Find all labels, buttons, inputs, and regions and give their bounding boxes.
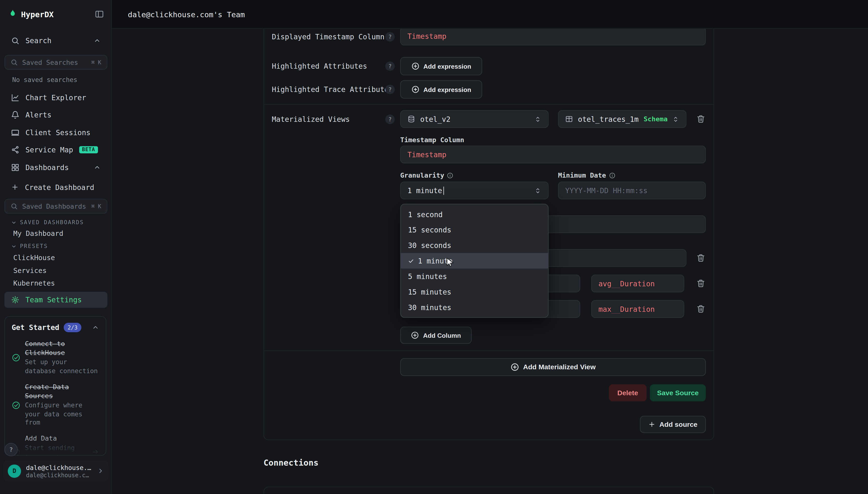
delete-view-icon[interactable]: [696, 115, 706, 124]
sidebar-item-chart-explorer[interactable]: Chart Explorer: [4, 90, 107, 105]
sidebar-item-label: Alerts: [25, 110, 52, 119]
granularity-value: 1 minute: [407, 186, 442, 195]
saved-searches-searchbox[interactable]: ⌘ K: [4, 55, 107, 70]
add-expression-button[interactable]: Add expression: [400, 57, 482, 75]
add-expression-label: Add expression: [423, 63, 471, 70]
dashboard-link-label: My Dashboard: [13, 229, 63, 238]
add-expression-button[interactable]: Add expression: [400, 80, 482, 98]
sidebar-item-search[interactable]: Search: [4, 33, 107, 48]
granularity-option-selected[interactable]: 1 minute: [401, 253, 548, 269]
option-label: 15 seconds: [408, 226, 451, 234]
help-tooltip-icon[interactable]: ?: [385, 32, 395, 41]
timestamp-column-input-wrap: [400, 146, 706, 163]
sidebar-item-kubernetes[interactable]: Kubernetes: [4, 277, 107, 289]
add-source-button[interactable]: Add source: [640, 416, 706, 433]
service-map-icon: [11, 145, 19, 154]
help-button[interactable]: ?: [4, 443, 18, 456]
plus-circle-icon: [411, 62, 420, 70]
granularity-option[interactable]: 15 minutes: [401, 284, 548, 300]
help-glyph: ?: [388, 116, 392, 122]
column-alias-input[interactable]: [598, 279, 677, 287]
app-window: HyperDX Search ⌘ K No saved searches Cha…: [0, 0, 868, 494]
sidebar-item-client-sessions[interactable]: Client Sessions: [4, 125, 107, 140]
info-icon[interactable]: [609, 172, 615, 179]
column-alias-input[interactable]: [598, 305, 677, 313]
chevron-up-icon: [94, 164, 101, 171]
select-chevrons-icon: [534, 115, 541, 123]
granularity-option[interactable]: 5 minutes: [401, 269, 548, 284]
sidebar-item-services[interactable]: Services: [4, 264, 107, 277]
user-menu[interactable]: D dale@clickhouse.… dale@clickhouse.c…: [3, 461, 109, 481]
materialized-table-select[interactable]: otel_traces_1m Schema: [558, 110, 686, 128]
get-started-header[interactable]: Get Started 2/3: [12, 323, 99, 332]
help-tooltip-icon[interactable]: ?: [385, 85, 395, 94]
schema-link[interactable]: Schema: [643, 115, 668, 123]
granularity-option[interactable]: 30 seconds: [401, 238, 548, 253]
shortcut-hint: ⌘ K: [91, 59, 101, 65]
saved-dashboards-input[interactable]: [22, 202, 87, 210]
hyperdx-logo-icon: [8, 9, 18, 19]
plus-icon: [11, 183, 19, 191]
table-icon: [565, 115, 573, 123]
delete-column-icon[interactable]: [696, 279, 706, 288]
divider: [264, 104, 713, 104]
add-column-button[interactable]: Add Column: [400, 327, 471, 344]
option-label: 30 minutes: [408, 303, 451, 311]
timestamp-column-label: Timestamp Column: [400, 136, 464, 144]
granularity-option[interactable]: 30 minutes: [401, 300, 548, 315]
timestamp-column-input[interactable]: [407, 150, 698, 159]
help-glyph: ?: [388, 63, 392, 69]
column-alias-input-wrap: [591, 275, 684, 292]
help-tooltip-icon[interactable]: ?: [385, 61, 395, 71]
granularity-select[interactable]: 1 minute: [400, 182, 549, 199]
delete-column-icon[interactable]: [696, 304, 706, 314]
info-icon[interactable]: [447, 172, 454, 179]
check-icon: [408, 258, 414, 264]
save-source-label: Save Source: [657, 389, 699, 397]
user-name: dale@clickhouse.…: [26, 464, 92, 471]
sidebar-item-service-map[interactable]: Service Map BETA: [4, 142, 107, 157]
database-icon: [407, 115, 415, 123]
connections-title: Connections: [264, 458, 319, 468]
materialized-view-select[interactable]: otel_v2: [400, 110, 549, 128]
divider: [264, 350, 713, 351]
get-started-step-connect[interactable]: Connect to ClickHouse Set up your databa…: [12, 339, 99, 375]
sidebar-item-team-settings[interactable]: Team Settings: [4, 292, 107, 308]
sidebar-item-dashboards[interactable]: Dashboards: [4, 159, 107, 175]
help-glyph: ?: [388, 87, 392, 92]
sidebar: HyperDX Search ⌘ K No saved searches Cha…: [0, 0, 112, 494]
label-text: Timestamp Column: [400, 136, 464, 144]
help-tooltip-icon[interactable]: ?: [385, 115, 395, 124]
gear-icon: [11, 296, 19, 304]
add-materialized-view-button[interactable]: Add Materialized View: [400, 358, 706, 376]
delete-column-icon[interactable]: [696, 253, 706, 263]
team-title: dale@clickhouse.com's Team: [128, 10, 245, 19]
granularity-option[interactable]: 15 seconds: [401, 222, 548, 238]
saved-dashboards-searchbox[interactable]: ⌘ K: [4, 199, 107, 214]
granularity-dropdown: 1 second 15 seconds 30 seconds 1 minute …: [400, 204, 549, 318]
search-icon: [11, 36, 19, 44]
section-saved-dashboards[interactable]: SAVED DASHBOARDS: [11, 219, 84, 225]
section-presets[interactable]: PRESETS: [11, 243, 48, 249]
sidebar-item-label: Client Sessions: [25, 128, 91, 136]
sidebar-item-alerts[interactable]: Alerts: [4, 107, 107, 122]
save-source-button[interactable]: Save Source: [650, 384, 706, 402]
app-title: HyperDX: [21, 10, 54, 19]
get-started-step-sources[interactable]: Create Data Sources Configure where your…: [12, 383, 99, 427]
add-column-label: Add Column: [423, 332, 461, 339]
sidebar-item-my-dashboard[interactable]: My Dashboard: [4, 227, 107, 240]
plus-icon: [648, 421, 655, 428]
saved-searches-input[interactable]: [22, 58, 87, 66]
collapse-sidebar-icon[interactable]: [95, 10, 104, 19]
delete-source-button[interactable]: Delete: [609, 384, 647, 402]
sidebar-item-clickhouse[interactable]: ClickHouse: [4, 251, 107, 264]
delete-label: Delete: [617, 389, 638, 397]
create-dashboard-button[interactable]: Create Dashboard: [4, 179, 107, 195]
chevron-right-icon: [97, 467, 104, 475]
laptop-icon: [11, 128, 19, 136]
displayed-timestamp-input[interactable]: [407, 32, 698, 40]
section-label: PRESETS: [20, 243, 48, 249]
granularity-option[interactable]: 1 second: [401, 207, 548, 222]
add-expression-label: Add expression: [423, 86, 471, 93]
minimum-date-input[interactable]: [565, 186, 699, 195]
